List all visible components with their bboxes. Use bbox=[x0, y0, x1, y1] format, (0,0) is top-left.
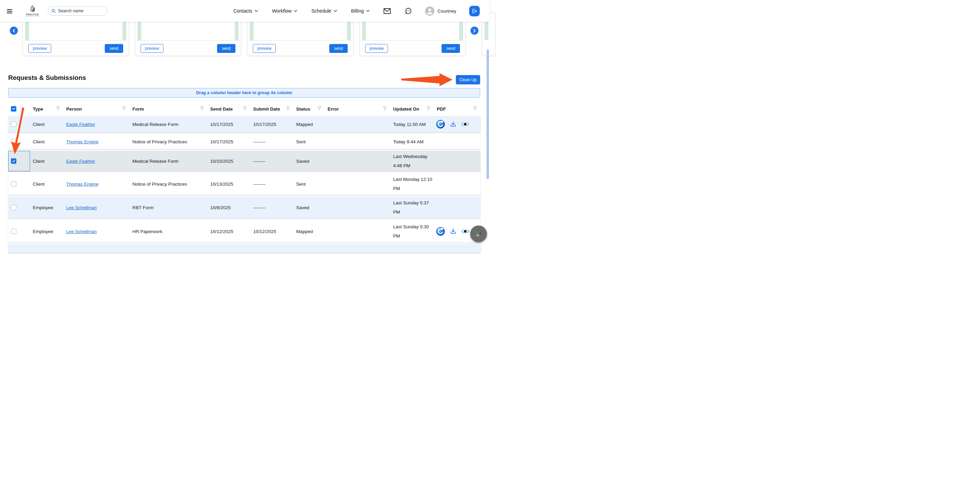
preview-button[interactable]: preview bbox=[253, 44, 276, 53]
group-by-drop-zone[interactable]: Drag a column header here to group its c… bbox=[8, 88, 480, 98]
regenerate-pdf-button[interactable] bbox=[436, 227, 445, 236]
cell-send-date: 10/17/2025 bbox=[207, 137, 250, 146]
filter-funnel-icon[interactable] bbox=[286, 106, 290, 111]
cell-type: Client bbox=[30, 120, 64, 129]
vertical-scrollbar-thumb[interactable] bbox=[487, 49, 489, 179]
chat-bubble-icon bbox=[405, 8, 412, 15]
table-row[interactable]: Client Eagle Feather Medical Release For… bbox=[8, 116, 480, 132]
preview-button[interactable]: preview bbox=[365, 44, 388, 53]
person-link[interactable]: Lee Schellman bbox=[66, 205, 97, 210]
cell-status: Sent bbox=[293, 137, 325, 146]
table-row[interactable]: Client Thomas Engine Notice of Privacy P… bbox=[8, 134, 480, 149]
nav-menu-contacts[interactable]: Contacts bbox=[234, 8, 258, 14]
search-input[interactable] bbox=[58, 8, 104, 13]
person-link[interactable]: Lee Schellman bbox=[66, 229, 97, 234]
column-header-label: Send Date bbox=[210, 107, 233, 111]
table-row[interactable]: Client Eagle Feather Medical Release For… bbox=[8, 151, 480, 171]
row-checkbox[interactable] bbox=[11, 229, 16, 234]
carousel-next-button[interactable] bbox=[471, 27, 479, 35]
chat-widget-button[interactable] bbox=[470, 226, 487, 242]
select-all-checkbox[interactable] bbox=[11, 106, 16, 111]
carousel-prev-button[interactable] bbox=[10, 27, 18, 35]
column-header[interactable]: Error bbox=[325, 106, 390, 111]
cell-type: Employee bbox=[30, 203, 64, 212]
clean-up-button[interactable]: Clean Up bbox=[456, 75, 480, 84]
filter-funnel-icon[interactable] bbox=[473, 106, 477, 111]
cell-submit-date: -------- bbox=[250, 157, 293, 166]
filter-funnel-icon[interactable] bbox=[200, 106, 204, 111]
row-checkbox[interactable] bbox=[11, 139, 16, 144]
filter-funnel-icon[interactable] bbox=[243, 106, 247, 111]
filter-funnel-icon[interactable] bbox=[383, 106, 387, 111]
filter-funnel-icon[interactable] bbox=[56, 106, 60, 111]
app-logo[interactable]: PRACTICE AUTISM CENTER bbox=[25, 5, 40, 18]
download-icon bbox=[450, 228, 457, 235]
logo-subtext: AUTISM CENTER bbox=[25, 16, 40, 18]
row-checkbox-cell bbox=[8, 151, 30, 171]
cell-updated-on: Today 11:50 AM bbox=[390, 120, 434, 129]
filter-funnel-icon[interactable] bbox=[426, 106, 431, 111]
column-header[interactable]: Submit Date bbox=[250, 106, 293, 111]
mail-button[interactable] bbox=[383, 8, 391, 14]
column-header-label: PDF bbox=[437, 107, 446, 111]
column-header[interactable]: Form bbox=[130, 106, 207, 111]
column-header[interactable]: Updated On bbox=[390, 106, 434, 111]
logout-button[interactable] bbox=[469, 6, 480, 16]
refresh-icon bbox=[436, 120, 445, 129]
row-checkbox[interactable] bbox=[11, 181, 16, 187]
table-row[interactable]: Employee Lee Schellman HR Paperwork 10/1… bbox=[8, 220, 480, 243]
search-box[interactable] bbox=[48, 6, 108, 16]
chevron-down-icon bbox=[334, 10, 337, 12]
send-button[interactable]: send bbox=[217, 44, 235, 53]
cell-send-date: 10/15/2025 bbox=[207, 157, 250, 166]
cell-updated-on: Last Monday 12:10 PM bbox=[390, 175, 434, 193]
preview-button[interactable]: preview bbox=[28, 44, 51, 53]
butterfly-logo-icon bbox=[474, 229, 483, 239]
cell-updated-on: Last Sunday 5:30 PM bbox=[390, 222, 434, 240]
view-pdf-button[interactable] bbox=[461, 229, 469, 234]
download-pdf-button[interactable] bbox=[450, 121, 457, 127]
person-link[interactable]: Eagle Feather bbox=[66, 159, 95, 164]
row-checkbox[interactable] bbox=[11, 158, 16, 164]
nav-menu-workflow[interactable]: Workflow bbox=[272, 8, 297, 14]
person-link[interactable]: Thomas Engine bbox=[66, 181, 99, 187]
column-header[interactable]: Type bbox=[30, 106, 64, 111]
row-checkbox[interactable] bbox=[11, 121, 16, 127]
column-header-label: Form bbox=[132, 107, 144, 111]
hamburger-menu-icon[interactable] bbox=[7, 9, 12, 13]
page-title: Requests & Submissions bbox=[8, 74, 86, 81]
column-header[interactable]: Person bbox=[64, 106, 130, 111]
filter-funnel-icon[interactable] bbox=[122, 106, 126, 111]
cell-type: Client bbox=[30, 157, 64, 166]
column-header-label: Type bbox=[33, 107, 43, 111]
user-avatar[interactable] bbox=[425, 6, 434, 16]
column-header[interactable]: Send Date bbox=[207, 106, 250, 111]
send-button[interactable]: send bbox=[442, 44, 460, 53]
chat-button[interactable] bbox=[405, 8, 412, 15]
cell-submit-date: 10/12/2025 bbox=[250, 227, 293, 236]
nav-menu-schedule[interactable]: Schedule bbox=[311, 8, 337, 14]
person-link[interactable]: Thomas Engine bbox=[66, 139, 99, 144]
nav-menu-billing[interactable]: Billing bbox=[351, 8, 369, 14]
cell-form: RBT Form bbox=[130, 203, 207, 212]
column-header-label: Updated On bbox=[393, 107, 419, 111]
download-pdf-button[interactable] bbox=[450, 228, 457, 235]
refresh-icon bbox=[436, 227, 445, 236]
filter-funnel-icon[interactable] bbox=[317, 106, 321, 111]
send-button[interactable]: send bbox=[329, 44, 348, 53]
table-row[interactable] bbox=[8, 244, 480, 245]
send-button[interactable]: send bbox=[105, 44, 123, 53]
column-header[interactable]: PDF bbox=[434, 106, 480, 111]
column-header[interactable]: Status bbox=[293, 106, 325, 111]
table-row[interactable]: Client Thomas Engine Notice of Privacy P… bbox=[8, 173, 480, 195]
cell-send-date: 10/17/2025 bbox=[207, 120, 250, 129]
chevron-down-icon bbox=[255, 10, 258, 12]
view-pdf-button[interactable] bbox=[461, 121, 469, 127]
table-row[interactable]: Employee Lee Schellman RBT Form 10/8/202… bbox=[8, 197, 480, 218]
person-link[interactable]: Eagle Feather bbox=[66, 122, 95, 127]
user-name: Courtney bbox=[438, 8, 456, 14]
preview-button[interactable]: preview bbox=[141, 44, 164, 53]
regenerate-pdf-button[interactable] bbox=[436, 120, 445, 129]
row-checkbox[interactable] bbox=[11, 205, 16, 210]
top-navbar: PRACTICE AUTISM CENTER ContactsWorkflowS… bbox=[0, 0, 490, 22]
